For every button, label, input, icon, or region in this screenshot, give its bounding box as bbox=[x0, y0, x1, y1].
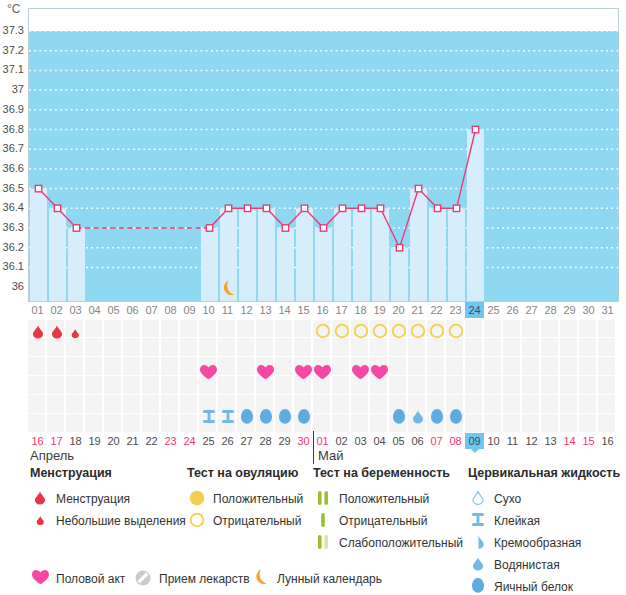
calendar-date[interactable]: 21 bbox=[123, 433, 142, 449]
cycle-day-label[interactable]: 16 bbox=[313, 302, 332, 318]
legend-item-drop-small: Небольшие выделения bbox=[30, 510, 186, 532]
ovulation_test-cell[interactable] bbox=[408, 320, 427, 346]
intercourse-cell[interactable] bbox=[256, 365, 275, 384]
calendar-date[interactable]: 08 bbox=[446, 433, 465, 449]
cycle-day-label[interactable]: 10 bbox=[199, 302, 218, 318]
cycle-day-label[interactable]: 26 bbox=[503, 302, 522, 318]
cycle-day-label[interactable]: 31 bbox=[598, 302, 617, 318]
legend-item-label: Кремообразная bbox=[494, 536, 581, 550]
medication-icon bbox=[135, 570, 151, 589]
ovulation_test-cell[interactable] bbox=[313, 320, 332, 346]
ovulation_test-cell[interactable] bbox=[332, 320, 351, 346]
calendar-date[interactable]: 16 bbox=[28, 433, 47, 449]
cervical_fluid-cell[interactable] bbox=[446, 403, 465, 433]
cycle-day-label[interactable]: 01 bbox=[28, 302, 47, 318]
calendar-date[interactable]: 12 bbox=[522, 433, 541, 449]
calendar-date[interactable]: 23 bbox=[161, 433, 180, 449]
ovulation_test-cell[interactable] bbox=[370, 320, 389, 346]
calendar-date[interactable]: 20 bbox=[104, 433, 123, 449]
ovulation_test-cell[interactable] bbox=[427, 320, 446, 346]
calendar-date[interactable]: 06 bbox=[408, 433, 427, 449]
cervical_fluid-cell[interactable] bbox=[237, 403, 256, 433]
menstruation-cell[interactable] bbox=[47, 320, 66, 346]
intercourse-cell[interactable] bbox=[370, 365, 389, 384]
calendar-date[interactable]: 15 bbox=[579, 433, 598, 449]
intercourse-heart-icon bbox=[257, 365, 274, 384]
calendar-date[interactable]: 30 bbox=[294, 433, 313, 449]
menstruation-cell[interactable] bbox=[66, 320, 85, 346]
cycle-day-label[interactable]: 05 bbox=[104, 302, 123, 318]
calendar-date[interactable]: 28 bbox=[256, 433, 275, 449]
cervical_fluid-cell[interactable] bbox=[218, 403, 237, 433]
calendar-date[interactable]: 27 bbox=[237, 433, 256, 449]
cycle-day-label[interactable]: 15 bbox=[294, 302, 313, 318]
ovulation_test-circle-negative-icon bbox=[429, 323, 445, 343]
cycle-day-label[interactable]: 25 bbox=[484, 302, 503, 318]
cervical_fluid-cell[interactable] bbox=[427, 403, 446, 433]
cervical_fluid-cell[interactable] bbox=[256, 403, 275, 433]
cycle-day-label[interactable]: 17 bbox=[332, 302, 351, 318]
calendar-date[interactable]: 22 bbox=[142, 433, 161, 449]
cycle-day-label[interactable]: 11 bbox=[218, 302, 237, 318]
cervical_fluid-cell[interactable] bbox=[389, 403, 408, 433]
calendar-date[interactable]: 14 bbox=[560, 433, 579, 449]
calendar-date[interactable]: 16 bbox=[598, 433, 617, 449]
cycle-day-label[interactable]: 03 bbox=[66, 302, 85, 318]
cycle-day-label[interactable]: 13 bbox=[256, 302, 275, 318]
cycle-day-label[interactable]: 09 bbox=[180, 302, 199, 318]
ovulation_test-cell[interactable] bbox=[389, 320, 408, 346]
calendar-date[interactable]: 24 bbox=[180, 433, 199, 449]
calendar-date[interactable]: 26 bbox=[218, 433, 237, 449]
calendar-date[interactable]: 11 bbox=[503, 433, 522, 449]
cycle-day-label[interactable]: 04 bbox=[85, 302, 104, 318]
cycle-day-label[interactable]: 18 bbox=[351, 302, 370, 318]
calendar-date[interactable]: 03 bbox=[351, 433, 370, 449]
cycle-day-label[interactable]: 02 bbox=[47, 302, 66, 318]
calendar-date[interactable]: 01 bbox=[313, 433, 332, 449]
cycle-day-label[interactable]: 06 bbox=[123, 302, 142, 318]
cycle-day-label[interactable]: 20 bbox=[389, 302, 408, 318]
cycle-day-label[interactable]: 23 bbox=[446, 302, 465, 318]
intercourse-cell[interactable] bbox=[294, 365, 313, 384]
cervical_fluid-cell[interactable] bbox=[275, 403, 294, 433]
cycle-day-label[interactable]: 14 bbox=[275, 302, 294, 318]
cervical_fluid-cell[interactable] bbox=[408, 403, 427, 433]
cycle-day-label[interactable]: 12 bbox=[237, 302, 256, 318]
cycle-day-label[interactable]: 27 bbox=[522, 302, 541, 318]
y-axis-tick: 36.1 bbox=[0, 260, 24, 273]
ovulation_test-cell[interactable] bbox=[446, 320, 465, 346]
calendar-date[interactable]: 05 bbox=[389, 433, 408, 449]
calendar-date[interactable]: 04 bbox=[370, 433, 389, 449]
calendar-date-today[interactable]: 09 bbox=[465, 433, 484, 449]
intercourse-cell[interactable] bbox=[351, 365, 370, 384]
cycle-day-label[interactable]: 07 bbox=[142, 302, 161, 318]
cycle-day-label[interactable]: 28 bbox=[541, 302, 560, 318]
cervical_fluid-cell[interactable] bbox=[294, 403, 313, 433]
y-axis-tick: 36.9 bbox=[0, 103, 24, 116]
legend-item-label: Отрицательный bbox=[339, 514, 427, 528]
menstruation-cell[interactable] bbox=[28, 320, 47, 346]
cycle-day-label[interactable]: 21 bbox=[408, 302, 427, 318]
calendar-date[interactable]: 25 bbox=[199, 433, 218, 449]
cycle-day-label-highlighted[interactable]: 24 bbox=[465, 302, 484, 318]
ovulation_test-cell[interactable] bbox=[351, 320, 370, 346]
cycle-day-label[interactable]: 30 bbox=[579, 302, 598, 318]
calendar-date[interactable]: 02 bbox=[332, 433, 351, 449]
cycle-day-label[interactable]: 08 bbox=[161, 302, 180, 318]
calendar-date[interactable]: 07 bbox=[427, 433, 446, 449]
calendar-date[interactable]: 18 bbox=[66, 433, 85, 449]
intercourse-cell[interactable] bbox=[313, 365, 332, 384]
calendar-date[interactable]: 10 bbox=[484, 433, 503, 449]
calendar-date[interactable]: 29 bbox=[275, 433, 294, 449]
calendar-date[interactable]: 17 bbox=[47, 433, 66, 449]
legend-item-moon: Лунный календарь bbox=[251, 569, 382, 589]
preg-weak-icon bbox=[318, 535, 329, 552]
calendar-date[interactable]: 13 bbox=[541, 433, 560, 449]
cycle-day-label[interactable]: 29 bbox=[560, 302, 579, 318]
cycle-day-label[interactable]: 19 bbox=[370, 302, 389, 318]
y-axis-tick: 37.2 bbox=[0, 44, 24, 57]
cervical_fluid-cell[interactable] bbox=[199, 403, 218, 433]
intercourse-cell[interactable] bbox=[199, 365, 218, 384]
cycle-day-label[interactable]: 22 bbox=[427, 302, 446, 318]
calendar-date[interactable]: 19 bbox=[85, 433, 104, 449]
